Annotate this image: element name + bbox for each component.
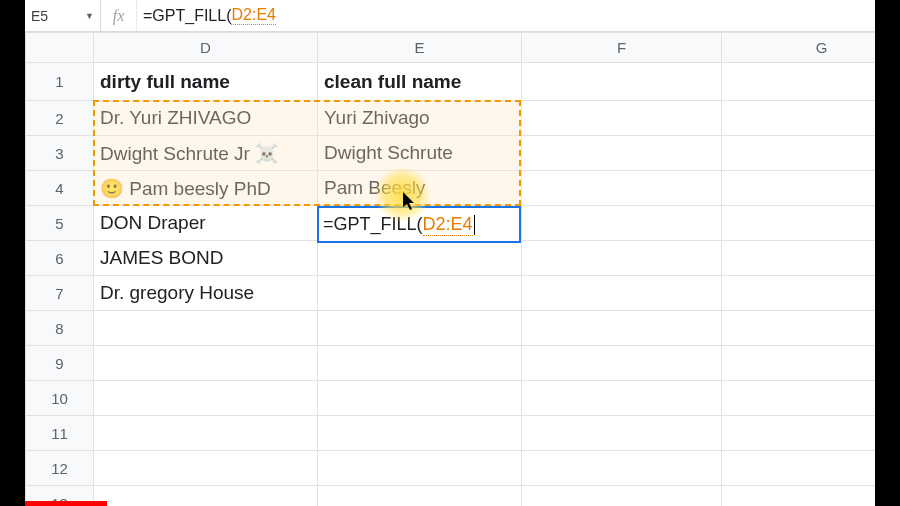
cells-table: D E F G 1 dirty full name clean full nam… [25, 32, 875, 506]
cell-G1[interactable] [722, 63, 876, 101]
cell-D10[interactable] [94, 381, 318, 416]
cell-E12[interactable] [318, 451, 522, 486]
formula-fn: GPT_FILL [152, 7, 226, 25]
cell-F2[interactable] [522, 101, 722, 136]
cell-F13[interactable] [522, 486, 722, 507]
cell-F7[interactable] [522, 276, 722, 311]
cell-G5[interactable] [722, 206, 876, 241]
row-header-7[interactable]: 7 [26, 276, 94, 311]
cell-D8[interactable] [94, 311, 318, 346]
edit-range: D2:E4 [423, 214, 473, 236]
cell-F10[interactable] [522, 381, 722, 416]
letterbox-right [875, 0, 900, 506]
cell-D7[interactable]: Dr. gregory House [94, 276, 318, 311]
cell-E10[interactable] [318, 381, 522, 416]
cell-D1[interactable]: dirty full name [94, 63, 318, 101]
col-header-E[interactable]: E [318, 33, 522, 63]
row-header-3[interactable]: 3 [26, 136, 94, 171]
cell-E7[interactable] [318, 276, 522, 311]
cell-D2[interactable]: Dr. Yuri ZHIVAGO [94, 101, 318, 136]
row-header-6[interactable]: 6 [26, 241, 94, 276]
cell-G10[interactable] [722, 381, 876, 416]
cell-F11[interactable] [522, 416, 722, 451]
video-progress-bar[interactable] [25, 501, 107, 506]
row-header-9[interactable]: 9 [26, 346, 94, 381]
edit-eq: = [323, 214, 334, 235]
cell-E1[interactable]: clean full name [318, 63, 522, 101]
cell-G13[interactable] [722, 486, 876, 507]
row-header-5[interactable]: 5 [26, 206, 94, 241]
corner-cell[interactable] [26, 33, 94, 63]
cell-F5[interactable] [522, 206, 722, 241]
formula-eq: = [143, 7, 152, 25]
name-box-dropdown-icon[interactable]: ▼ [85, 11, 94, 21]
formula-input[interactable]: =GPT_FILL(D2:E4 [136, 0, 875, 31]
cell-G7[interactable] [722, 276, 876, 311]
cell-D6[interactable]: JAMES BOND [94, 241, 318, 276]
cell-D5[interactable]: DON Draper [94, 206, 318, 241]
text-caret-icon [474, 215, 475, 235]
col-header-G[interactable]: G [722, 33, 876, 63]
cell-F8[interactable] [522, 311, 722, 346]
cell-F6[interactable] [522, 241, 722, 276]
row-header-4[interactable]: 4 [26, 171, 94, 206]
cell-G12[interactable] [722, 451, 876, 486]
row-header-1[interactable]: 1 [26, 63, 94, 101]
col-header-F[interactable]: F [522, 33, 722, 63]
cell-F4[interactable] [522, 171, 722, 206]
spreadsheet-grid[interactable]: D E F G 1 dirty full name clean full nam… [25, 32, 875, 506]
cell-D11[interactable] [94, 416, 318, 451]
row-header-11[interactable]: 11 [26, 416, 94, 451]
row-header-2[interactable]: 2 [26, 101, 94, 136]
formula-range: D2:E4 [231, 6, 275, 25]
cell-F1[interactable] [522, 63, 722, 101]
letterbox-left [0, 0, 25, 506]
row-header-10[interactable]: 10 [26, 381, 94, 416]
cell-D3[interactable]: Dwight Schrute Jr ☠️ [94, 136, 318, 171]
cell-F3[interactable] [522, 136, 722, 171]
edit-fn: GPT_FILL [334, 214, 417, 235]
row-header-8[interactable]: 8 [26, 311, 94, 346]
cell-F12[interactable] [522, 451, 722, 486]
cell-G6[interactable] [722, 241, 876, 276]
col-header-D[interactable]: D [94, 33, 318, 63]
cell-D9[interactable] [94, 346, 318, 381]
cell-G11[interactable] [722, 416, 876, 451]
name-box-value: E5 [31, 8, 48, 24]
cell-E13[interactable] [318, 486, 522, 507]
cell-E3[interactable]: Dwight Schrute [318, 136, 522, 171]
cell-G8[interactable] [722, 311, 876, 346]
cell-E8[interactable] [318, 311, 522, 346]
cell-E11[interactable] [318, 416, 522, 451]
cell-G9[interactable] [722, 346, 876, 381]
cell-G3[interactable] [722, 136, 876, 171]
cell-F9[interactable] [522, 346, 722, 381]
name-box[interactable]: E5 ▼ [25, 0, 100, 31]
cell-D12[interactable] [94, 451, 318, 486]
cell-E2[interactable]: Yuri Zhivago [318, 101, 522, 136]
cell-E9[interactable] [318, 346, 522, 381]
cell-E6[interactable] [318, 241, 522, 276]
cell-G4[interactable] [722, 171, 876, 206]
row-header-12[interactable]: 12 [26, 451, 94, 486]
cell-D13[interactable] [94, 486, 318, 507]
formula-bar: E5 ▼ fx =GPT_FILL(D2:E4 [25, 0, 875, 32]
fx-icon: fx [100, 0, 136, 31]
cell-G2[interactable] [722, 101, 876, 136]
active-cell-editor[interactable]: =GPT_FILL(D2:E4 [317, 206, 521, 243]
cell-D4[interactable]: 🙂 Pam beesly PhD [94, 171, 318, 206]
cell-E4[interactable]: Pam Beesly [318, 171, 522, 206]
